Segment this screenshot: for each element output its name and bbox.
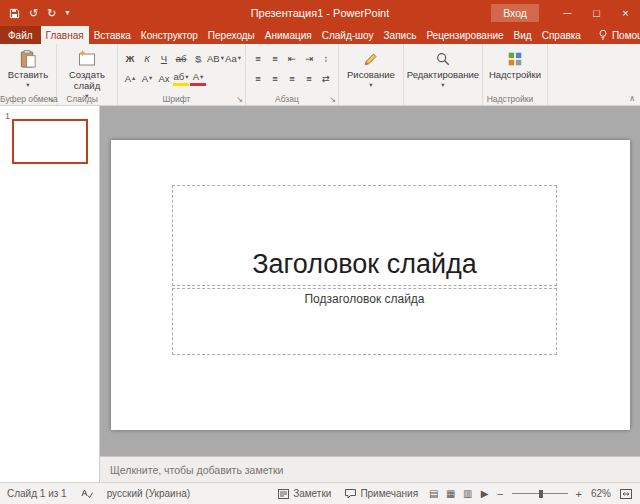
font-color-caret-icon: ▾ (200, 74, 203, 81)
grow-font-button[interactable]: А▴ (122, 71, 138, 86)
spellcheck-icon (81, 489, 93, 499)
clear-formatting-button[interactable]: Аx (156, 71, 172, 86)
font-color-button[interactable]: А▾ (190, 71, 206, 86)
paragraph-dialog-launcher[interactable]: ↘ (329, 96, 336, 104)
fit-slide-button[interactable] (616, 489, 640, 499)
reading-view-button[interactable]: ▥ (459, 483, 476, 504)
comments-toggle-button[interactable]: Примечания (338, 483, 425, 504)
slide-canvas[interactable]: Заголовок слайда Подзаголовок слайда (111, 140, 630, 430)
save-button[interactable] (9, 8, 20, 19)
bullets-button[interactable]: ≡ (250, 51, 266, 66)
tab-animations[interactable]: Анимация (260, 26, 317, 44)
minimize-button[interactable]: ─ (553, 0, 582, 26)
numbering-button[interactable]: ≡ (267, 51, 283, 66)
zoom-out-button[interactable]: − (493, 488, 507, 500)
fit-to-window-icon (620, 489, 632, 499)
text-highlight-button[interactable]: аб▾ (173, 71, 189, 86)
highlight-glyph: аб (174, 72, 185, 82)
addins-group-label: Надстройки (483, 94, 537, 104)
spellcheck-button[interactable] (74, 483, 100, 504)
grow-font-arrow-icon: ▴ (132, 75, 135, 82)
notes-hint: Щелкните, чтобы добавить заметки (110, 464, 283, 476)
drawing-caret-icon: ▾ (369, 81, 372, 89)
decrease-indent-button[interactable]: ⇤ (284, 51, 300, 66)
notes-pane[interactable]: Щелкните, чтобы добавить заметки (100, 456, 640, 482)
slide-number: 1 (5, 111, 10, 121)
strikethrough-button[interactable]: аб (173, 51, 189, 66)
titlebar-right: Вход ─ □ × (491, 0, 640, 26)
justify-button[interactable]: ≡ (301, 71, 317, 86)
text-shadow-button[interactable]: S (190, 51, 206, 66)
tab-design[interactable]: Конструктор (136, 26, 203, 44)
text-direction-button[interactable]: ⇄ (318, 71, 334, 86)
align-right-button[interactable]: ≡ (284, 71, 300, 86)
tab-help[interactable]: Справка (537, 26, 586, 44)
slide-thumbnail[interactable] (12, 119, 88, 164)
align-center-button[interactable]: ≡ (267, 71, 283, 86)
clipboard-dialog-launcher[interactable]: ↘ (47, 96, 54, 104)
tab-insert[interactable]: Вставка (89, 26, 136, 44)
ribbon: Вставить ▾ Буфер обмена ↘ Создать слайд … (0, 44, 640, 106)
customize-qat-button[interactable]: ▾ (65, 9, 69, 17)
tab-review[interactable]: Рецензирование (421, 26, 508, 44)
change-case-button[interactable]: Аа▾ (225, 51, 241, 66)
normal-view-button[interactable]: ▤ (425, 483, 442, 504)
increase-indent-button[interactable]: ⇥ (301, 51, 317, 66)
slide-count: Слайд 1 из 1 (0, 483, 74, 504)
align-left-button[interactable]: ≡ (250, 71, 266, 86)
collapse-ribbon-button[interactable]: ∧ (629, 94, 635, 103)
bold-button[interactable]: Ж (122, 51, 138, 66)
save-icon (9, 8, 20, 19)
redo-button[interactable]: ↻ (47, 8, 56, 19)
paste-clipboard-icon (19, 48, 38, 70)
tab-transitions[interactable]: Переходы (203, 26, 260, 44)
title-placeholder[interactable]: Заголовок слайда (172, 185, 557, 286)
new-slide-icon (77, 48, 97, 70)
notes-toggle-label: Заметки (293, 488, 331, 499)
new-slide-button[interactable]: Создать слайд ▾ (61, 46, 113, 100)
lightbulb-icon (598, 29, 608, 41)
paste-caret-icon: ▾ (26, 81, 29, 89)
slideshow-view-button[interactable]: ▶ (476, 483, 493, 504)
notes-toggle-button[interactable]: Заметки (271, 483, 338, 504)
tab-record[interactable]: Запись (379, 26, 422, 44)
sign-in-button[interactable]: Вход (491, 4, 539, 22)
character-spacing-button[interactable]: АВ▾ (207, 51, 224, 66)
drawing-button[interactable]: Рисование ▾ (343, 46, 399, 89)
font-group-label: Шрифт (118, 94, 235, 104)
title-text: Заголовок слайда (252, 249, 477, 285)
subtitle-placeholder[interactable]: Подзаголовок слайда (172, 288, 557, 355)
italic-button[interactable]: К (139, 51, 155, 66)
zoom-slider-thumb[interactable] (539, 490, 543, 498)
drawing-label: Рисование (347, 70, 395, 81)
zoom-slider[interactable] (512, 488, 568, 500)
ribbon-tab-row: Файл Главная Вставка Конструктор Переход… (0, 26, 640, 44)
highlight-caret-icon: ▾ (185, 74, 188, 81)
maximize-button[interactable]: □ (582, 0, 611, 26)
tab-home[interactable]: Главная (41, 26, 89, 44)
undo-button[interactable]: ↺ (29, 8, 38, 19)
assistant-button[interactable]: Помощ (592, 26, 640, 44)
font-dialog-launcher[interactable]: ↘ (236, 96, 243, 104)
addins-icon (506, 48, 524, 70)
editing-button[interactable]: Редактирование ▾ (408, 46, 478, 89)
addins-button[interactable]: Надстройки (487, 46, 543, 81)
clipboard-group-label: Буфер обмена (0, 94, 46, 104)
slide-sorter-view-button[interactable]: ▦ (442, 483, 459, 504)
close-button[interactable]: × (611, 0, 640, 26)
zoom-level[interactable]: 62% (586, 488, 616, 499)
statusbar-right: Заметки Примечания ▤ ▦ ▥ ▶ − + 62% (271, 483, 640, 504)
line-spacing-button[interactable]: ↕ (318, 51, 334, 66)
tab-slideshow[interactable]: Слайд-шоу (317, 26, 379, 44)
tab-view[interactable]: Вид (509, 26, 537, 44)
underline-button[interactable]: Ч (156, 51, 172, 66)
shrink-font-button[interactable]: А▾ (139, 71, 155, 86)
zoom-in-button[interactable]: + (572, 488, 586, 500)
paste-button[interactable]: Вставить ▾ (4, 46, 52, 89)
tab-file[interactable]: Файл (0, 26, 41, 44)
language-button[interactable]: русский (Украина) (100, 483, 197, 504)
paragraph-group-label: Абзац (246, 94, 328, 104)
assistant-label: Помощ (612, 30, 640, 41)
editing-group: Редактирование ▾ (404, 44, 483, 105)
slide-editor: Заголовок слайда Подзаголовок слайда Щел… (100, 106, 640, 482)
